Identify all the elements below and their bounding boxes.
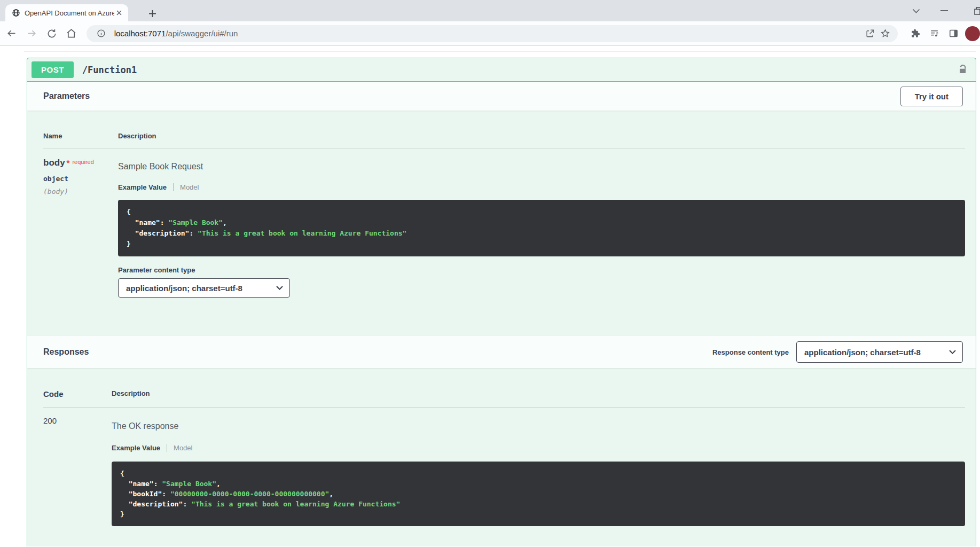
- globe-favicon-icon: [12, 9, 20, 17]
- url-text[interactable]: localhost:7071/api/swagger/ui#/run: [114, 29, 863, 38]
- response-example-model-tabs: Example Value Model: [112, 444, 965, 452]
- response-description-cell: The OK response Example Value Model { "n…: [112, 416, 965, 526]
- response-tab-example-value[interactable]: Example Value: [112, 444, 167, 452]
- tab-example-value[interactable]: Example Value: [118, 183, 174, 191]
- window-minimize-icon[interactable]: [936, 0, 952, 21]
- parameter-summary: Sample Book Request: [118, 162, 965, 171]
- response-content-type-group: Response content type application/json; …: [712, 341, 963, 363]
- opblock-post-function1: POST /Function1 Parameters Try it out Na…: [27, 58, 976, 546]
- toolbar-extensions-area: [903, 26, 980, 41]
- endpoint-path: /Function1: [82, 65, 957, 75]
- parameter-content-type-value: application/json; charset=utf-8: [126, 284, 242, 293]
- col-code: Code: [43, 389, 112, 398]
- responses-title: Responses: [43, 347, 712, 357]
- parameter-location: (body): [43, 187, 118, 196]
- extensions-puzzle-icon[interactable]: [907, 26, 922, 41]
- browser-window: OpenAPI Document on Azure Fu: [0, 0, 980, 547]
- tab-title: OpenAPI Document on Azure Fu: [25, 9, 114, 17]
- profile-avatar[interactable]: [965, 26, 980, 41]
- parameters-title: Parameters: [43, 91, 900, 101]
- response-tab-model[interactable]: Model: [167, 444, 192, 452]
- responses-table-head: Code Description: [43, 389, 965, 408]
- site-info-icon[interactable]: [94, 26, 109, 41]
- try-it-out-button[interactable]: Try it out: [900, 87, 963, 106]
- example-model-tabs: Example Value Model: [118, 183, 965, 191]
- swagger-page: POST /Function1 Parameters Try it out Na…: [0, 46, 980, 546]
- bookmark-star-icon[interactable]: [877, 26, 892, 41]
- back-button[interactable]: [3, 25, 20, 42]
- parameter-name: body: [43, 158, 65, 168]
- forward-button[interactable]: [23, 25, 40, 42]
- col-description: Description: [118, 132, 965, 140]
- url-path: /api/swagger/ui#/run: [166, 29, 238, 38]
- response-code: 200: [43, 416, 112, 526]
- response-row-200: 200 The OK response Example Value Model …: [43, 408, 965, 526]
- http-method-badge: POST: [32, 61, 74, 78]
- tab-strip: OpenAPI Document on Azure Fu: [0, 0, 980, 21]
- parameters-header: Parameters Try it out: [27, 82, 976, 111]
- required-label: required: [72, 159, 93, 165]
- parameters-spacer: [43, 298, 965, 336]
- response-content-type-select[interactable]: application/json; charset=utf-8: [796, 341, 963, 363]
- parameter-content-type-label: Parameter content type: [118, 266, 965, 274]
- reload-button[interactable]: [43, 25, 60, 42]
- parameter-content-type-select[interactable]: application/json; charset=utf-8: [118, 278, 290, 298]
- request-example-code[interactable]: { "name": "Sample Book", "description": …: [118, 200, 965, 256]
- share-icon[interactable]: [863, 26, 877, 41]
- responses-header: Responses Response content type applicat…: [27, 336, 976, 368]
- new-tab-button[interactable]: [145, 6, 159, 20]
- browser-tab[interactable]: OpenAPI Document on Azure Fu: [5, 4, 128, 21]
- parameters-body: Name Description body*required object (b…: [27, 111, 976, 336]
- col-resp-description: Description: [112, 389, 965, 398]
- address-bar[interactable]: localhost:7071/api/swagger/ui#/run: [87, 25, 898, 42]
- section-divider: [24, 51, 976, 52]
- side-panel-icon[interactable]: [946, 26, 961, 41]
- parameter-row-body: body*required object (body) Sample Book …: [43, 149, 965, 298]
- media-controls-icon[interactable]: [927, 26, 942, 41]
- response-content-type-label: Response content type: [712, 348, 789, 356]
- response-description: The OK response: [112, 421, 965, 431]
- tab-close-icon[interactable]: [114, 8, 124, 18]
- home-button[interactable]: [63, 25, 80, 42]
- parameters-table-head: Name Description: [43, 132, 965, 149]
- parameter-description-cell: Sample Book Request Example Value Model …: [118, 158, 965, 298]
- auth-unlocked-icon[interactable]: [957, 64, 968, 75]
- parameter-type: object: [43, 175, 118, 183]
- responses-body: Code Description 200 The OK response Exa…: [27, 368, 976, 542]
- response-content-type-value: application/json; charset=utf-8: [804, 348, 921, 357]
- chevron-down-icon: [276, 286, 283, 290]
- parameter-meta: body*required object (body): [43, 158, 118, 298]
- window-restore-icon[interactable]: [970, 0, 980, 21]
- tab-model[interactable]: Model: [174, 183, 199, 191]
- opblock-summary[interactable]: POST /Function1: [27, 58, 976, 82]
- url-domain: localhost:7071: [114, 29, 166, 38]
- response-example-code[interactable]: { "name": "Sample Book", "bookId": "0000…: [112, 462, 965, 526]
- required-star: *: [67, 158, 70, 167]
- chevron-down-icon: [949, 350, 956, 354]
- tab-search-chevron-icon[interactable]: [908, 0, 924, 21]
- browser-toolbar: localhost:7071/api/swagger/ui#/run: [0, 21, 980, 46]
- col-name: Name: [43, 132, 118, 140]
